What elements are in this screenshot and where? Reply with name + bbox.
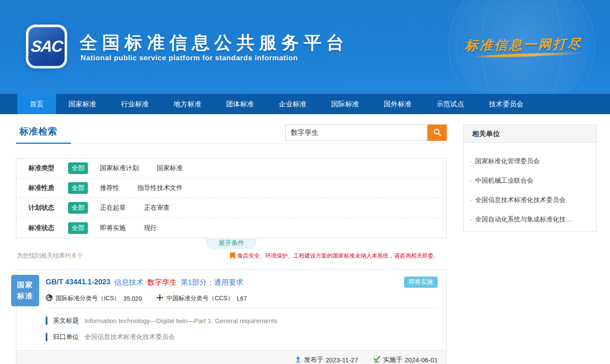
filter-label: 标准性质 [28,184,68,192]
title-divider [16,143,447,144]
result-info-row: 为您找到相关结果约6个 食品安全、环境保护、工程建设方面的国家标准未纳入本系统，… [16,252,447,260]
filter-option[interactable]: 现行 [144,224,157,232]
publish-date-item: 发布于 2023-11-27 [295,356,358,364]
search-header: 标准检索 [16,124,447,155]
nav-tab-group-standards[interactable]: 团体标准 [214,94,266,114]
related-unit-link[interactable]: 国家标准化管理委员会 [470,157,588,165]
main-navigation: 首页 国家标准 行业标准 地方标准 团体标准 企业标准 国际标准 国外标准 示范… [0,94,610,114]
search-button[interactable] [427,124,447,141]
nav-tab-national-standards[interactable]: 国家标准 [56,94,109,114]
implement-label: 实施于 [383,356,402,364]
filter-option[interactable]: 正在审查 [144,204,170,212]
filter-option[interactable]: 推荐性 [100,184,119,192]
card-body: GB/T 43441.1-2023 信息技术 数字孪生 第1部分：通用要求 即将… [16,270,446,341]
ics-value: 35.020 [123,295,142,302]
card-footer: 发布于 2023-11-27 实施于 2024-06-01 [16,350,446,364]
notice-text: 食品安全、环境保护、工程建设方面的国家标准未纳入本系统，请咨询相关部委。 [237,252,439,260]
result-count-prefix: 为您找到相关结果约 [17,252,71,259]
filter-option[interactable]: 国家标准 [157,164,183,172]
filter-all-button[interactable]: 全部 [68,162,88,174]
english-title-label: 英文标题 [53,317,79,325]
filter-option[interactable]: 正在起草 [100,204,126,212]
site-title: 全国标准信息公共服务平台 [80,31,349,55]
check-icon [373,356,383,364]
title-divider-accent [16,143,71,144]
national-standard-badge[interactable]: 国家 标准 [11,275,39,306]
related-units-list: 国家标准化管理委员会 中国机械工业联合会 全国信息技术标准化技术委员会 全国自动… [464,143,596,231]
ics-label: 国际标准分类号（ICS） [56,295,120,302]
sac-logo-text: SAC [30,37,63,56]
filter-panel: 标准类型 全部 国家标准计划 国家标准 标准性质 全部 推荐性 指导性技术文件 … [16,158,447,238]
english-title-row: 英文标题 Information technology—Digital twin… [46,317,438,325]
related-units-box: 相关单位 国家标准化管理委员会 中国机械工业联合会 全国信息技术标准化技术委员会… [463,124,597,232]
standard-result-card: 国家 标准 GB/T 43441.1-2023 信息技术 数字孪生 第1部分：通… [16,269,447,364]
nav-tab-enterprise-standards[interactable]: 企业标准 [266,94,319,114]
publish-icon [295,356,304,364]
card-title-row: GB/T 43441.1-2023 信息技术 数字孪生 第1部分：通用要求 即将… [46,277,438,288]
badge-line1: 国家 [11,280,39,291]
filter-label: 计划状态 [28,204,68,212]
standard-title-part[interactable]: 信息技术 [114,277,143,287]
standard-title-highlight[interactable]: 数字孪生 [147,277,177,287]
page-content: 标准检索 标准类型 全部 国家标准计划 国家标准 标准性质 [0,114,610,364]
nav-tab-technical-committee[interactable]: 技术委员会 [476,94,536,114]
nav-tab-industry-standards[interactable]: 行业标准 [109,94,161,114]
related-unit-link[interactable]: 全国信息技术标准化技术委员会 [470,196,588,204]
compass-icon [156,294,166,302]
related-units-title: 相关单位 [464,125,596,143]
ccs-value: L67 [237,295,247,302]
filter-row-standard-nature: 标准性质 全部 推荐性 指导性技术文件 [16,178,446,198]
result-count-suffix: 个 [77,252,83,259]
nav-tab-home[interactable]: 首页 [17,94,56,114]
search-input[interactable] [285,124,427,141]
main-column: 标准检索 标准类型 全部 国家标准计划 国家标准 标准性质 [16,124,447,364]
sac-logo-inner: SAC [28,27,65,66]
expand-wrap: 展开条件 [16,238,447,249]
detail-bar [46,317,47,325]
status-badge: 即将实施 [404,277,438,288]
sidebar: 相关单位 国家标准化管理委员会 中国机械工业联合会 全国信息技术标准化技术委员会… [463,124,597,364]
filter-all-button[interactable]: 全部 [68,222,88,234]
card-meta-row: 国际标准分类号（ICS） 35.020 中国标准分类号（CCS） L67 [46,294,438,302]
system-notice: 食品安全、环境保护、工程建设方面的国家标准未纳入本系统，请咨询相关部委。 [230,252,447,260]
banner-slogan: 标准信息一网打尽 [465,35,582,55]
publish-date: 2023-11-27 [326,356,358,364]
committee-value: 全国信息技术标准化技术委员会 [84,333,175,341]
result-count: 为您找到相关结果约6个 [16,252,83,260]
filter-row-standard-type: 标准类型 全部 国家标准计划 国家标准 [16,159,446,178]
filter-all-button[interactable]: 全部 [68,182,88,194]
nav-tab-pilot[interactable]: 示范试点 [424,94,476,114]
filter-label: 标准状态 [28,224,68,232]
nav-tab-foreign-standards[interactable]: 国外标准 [371,94,424,114]
filter-row-standard-status: 标准状态 全部 即将实施 现行 [16,218,446,238]
badge-line2: 标准 [11,291,39,302]
english-title-value: Information technology—Digital twin—Part… [84,317,277,324]
nav-tab-local-standards[interactable]: 地方标准 [161,94,214,114]
standard-title-rest[interactable]: 第1部分：通用要求 [181,277,243,287]
detail-bar [46,333,47,341]
result-count-number: 6 [72,252,76,259]
filter-label: 标准类型 [28,164,68,172]
implement-date: 2024-06-01 [405,356,438,364]
section-title: 标准检索 [19,125,57,137]
bookmark-icon [230,252,235,259]
committee-row: 归口单位 全国信息技术标准化技术委员会 [46,333,438,341]
search-box [285,124,447,141]
related-unit-link[interactable]: 中国机械工业联合会 [470,177,588,185]
implement-date-item: 实施于 2024-06-01 [373,356,438,364]
filter-row-plan-status: 计划状态 全部 正在起草 正在审查 [16,198,446,218]
site-banner: SAC 全国标准信息公共服务平台 National public service… [0,0,610,94]
site-subtitle: National public service platform for sta… [81,54,298,62]
standard-code-link[interactable]: GB/T 43441.1-2023 [46,278,110,286]
sac-logo[interactable]: SAC [26,25,67,68]
filter-option[interactable]: 即将实施 [100,224,126,232]
publish-label: 发布于 [304,356,324,364]
nav-tab-international-standards[interactable]: 国际标准 [319,94,371,114]
card-divider [46,308,438,308]
expand-conditions-button[interactable]: 展开条件 [206,238,256,249]
ccs-label: 中国标准分类号（CCS） [166,295,233,302]
filter-option[interactable]: 指导性技术文件 [137,184,183,192]
filter-option[interactable]: 国家标准计划 [100,164,139,172]
filter-all-button[interactable]: 全部 [68,202,88,214]
related-unit-link[interactable]: 全国自动化系统与集成标准化技… [470,215,588,224]
